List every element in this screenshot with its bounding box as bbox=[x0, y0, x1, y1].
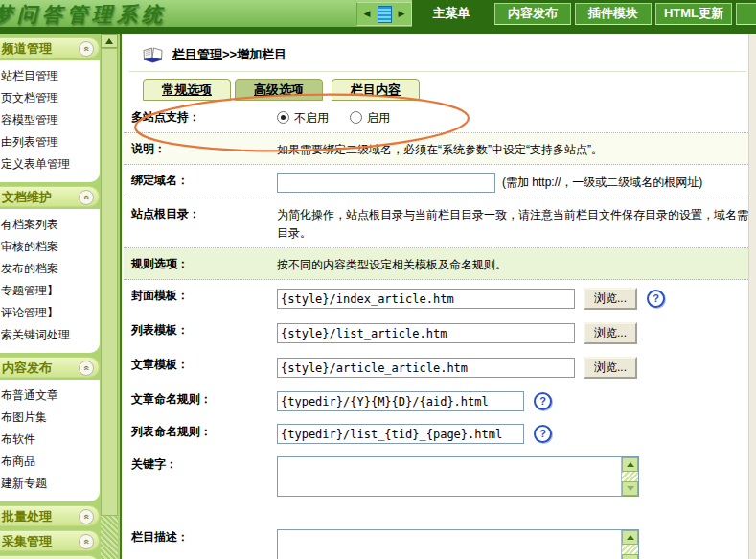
cover-template-help-icon[interactable]: ? bbox=[647, 290, 665, 308]
sidebar-item-容模型管理[interactable]: 容模型管理 bbox=[0, 109, 100, 131]
sidebar-scroll-up-button[interactable] bbox=[101, 34, 118, 48]
radio-不启用[interactable] bbox=[277, 111, 289, 124]
sidebar-section-频道管理[interactable]: 频道管理« bbox=[0, 37, 100, 58]
breadcrumb-rest: >>增加栏目 bbox=[222, 47, 286, 61]
cover-template-input[interactable] bbox=[277, 289, 575, 309]
list-naming-rule-help-icon[interactable]: ? bbox=[534, 425, 552, 443]
menu-tabs: 主菜单内容发布插件模块HTML更新系统 bbox=[412, 0, 756, 27]
sidebar-section-title: 内容发布 bbox=[2, 361, 52, 375]
scroll-right-icon[interactable]: ▶ bbox=[399, 10, 405, 18]
scroll-track[interactable] bbox=[622, 472, 638, 481]
form-row-rule-options: 规则选项：按不同的内容类型设定相关模板及命名规则。 bbox=[124, 248, 748, 280]
collapse-icon[interactable]: « bbox=[79, 509, 94, 524]
sidebar-scroll-track[interactable] bbox=[101, 516, 118, 559]
sidebar-panel-内容发布: 布普通文章布图片集布软件布商品建新专题 bbox=[0, 380, 100, 501]
menu-tab-系统[interactable]: 系统 bbox=[736, 3, 756, 25]
article-template-browse-button[interactable]: 浏览... bbox=[584, 357, 637, 379]
pages-icon bbox=[378, 6, 392, 23]
keywords-textarea-wrap bbox=[277, 456, 639, 497]
sidebar-item-索关键词处理[interactable]: 索关键词处理 bbox=[0, 324, 100, 346]
sidebar-section-title: 批量处理 bbox=[2, 509, 52, 524]
description-scrollbar[interactable] bbox=[621, 530, 638, 559]
cover-template-browse-button[interactable]: 浏览... bbox=[584, 288, 637, 310]
sidebar-scrollbar[interactable] bbox=[101, 34, 120, 559]
form-row-list-naming-rule: 列表命名规则：? bbox=[124, 416, 748, 449]
field-value-list-template: 浏览... bbox=[277, 320, 748, 344]
radio-label-不启用[interactable]: 不启用 bbox=[294, 111, 329, 125]
field-value-cover-template: 浏览...? bbox=[277, 286, 748, 310]
sidebar-section-批量处理[interactable]: 批量处理« bbox=[0, 505, 100, 526]
sidebar-scroll-thumb[interactable] bbox=[101, 48, 118, 516]
form-row-list-template: 列表模板：浏览... bbox=[124, 314, 748, 349]
field-value-keywords bbox=[277, 454, 748, 497]
radio-label-启用[interactable]: 启用 bbox=[367, 111, 390, 125]
sidebar-item-布图片集[interactable]: 布图片集 bbox=[0, 407, 100, 429]
scroll-up-icon[interactable] bbox=[622, 530, 638, 545]
form-row-article-naming-rule: 文章命名规则：? bbox=[124, 384, 748, 416]
form-row-keywords: 关键字： bbox=[124, 449, 748, 501]
keywords-textarea[interactable] bbox=[278, 457, 621, 496]
breadcrumb-link[interactable]: 栏目管理 bbox=[172, 47, 222, 61]
article-naming-rule-input[interactable] bbox=[277, 391, 524, 411]
article-naming-rule-help-icon[interactable]: ? bbox=[534, 392, 552, 410]
menu-tab-HTML更新[interactable]: HTML更新 bbox=[655, 3, 732, 25]
radio-启用[interactable] bbox=[350, 111, 362, 124]
list-naming-rule-input[interactable] bbox=[277, 424, 524, 444]
form-rows: 多站点支持：不启用启用说明：如果需要绑定二级域名，必须在“系统参数”中设定“支持… bbox=[124, 102, 748, 559]
scroll-left-icon[interactable]: ◀ bbox=[364, 10, 371, 18]
collapse-icon[interactable]: « bbox=[79, 534, 94, 549]
scroll-down-icon[interactable] bbox=[622, 481, 638, 496]
tab-常规选项[interactable]: 常规选项 bbox=[143, 79, 231, 101]
tab-栏目内容[interactable]: 栏目内容 bbox=[332, 79, 420, 101]
sidebar-section-文档维护[interactable]: 文档维护« bbox=[0, 186, 100, 207]
sidebar-item-专题管理】[interactable]: 专题管理】 bbox=[0, 280, 100, 302]
app-title: 梦问答管理系统 bbox=[0, 1, 167, 28]
static-text-site-root: 为简化操作，站点根目录与当前栏目目录一致，请注意当前栏目文件保存目录的设置，域名… bbox=[277, 208, 748, 240]
field-label-list-template: 列表模板： bbox=[124, 320, 277, 338]
sidebar-section-模块管理[interactable]: 模块管理« bbox=[0, 555, 100, 559]
scroll-track[interactable] bbox=[622, 545, 638, 554]
content-tabs: 常规选项高级选项栏目内容 bbox=[122, 79, 756, 101]
sidebar-item-审核的档案[interactable]: 审核的档案 bbox=[0, 236, 100, 258]
sidebar-section-采集管理[interactable]: 采集管理« bbox=[0, 530, 100, 551]
top-divider-strip bbox=[0, 27, 756, 34]
up-arrow-icon bbox=[105, 35, 113, 44]
sidebar-item-评论管理】[interactable]: 评论管理】 bbox=[0, 302, 100, 324]
field-label-site-root: 站点根目录： bbox=[124, 204, 277, 222]
menu-tab-插件模块[interactable]: 插件模块 bbox=[575, 3, 652, 25]
form-row-site-root: 站点根目录：为简化操作，站点根目录与当前栏目目录一致，请注意当前栏目文件保存目录… bbox=[124, 198, 748, 248]
keywords-scrollbar[interactable] bbox=[621, 457, 638, 496]
list-template-input[interactable] bbox=[277, 323, 575, 343]
bind-domain-input[interactable] bbox=[277, 173, 495, 193]
form-row-article-template: 文章模板：浏览... bbox=[124, 349, 748, 384]
description-textarea[interactable] bbox=[278, 530, 621, 559]
sidebar-item-布商品[interactable]: 布商品 bbox=[0, 451, 100, 473]
sidebar-item-站栏目管理[interactable]: 站栏目管理 bbox=[0, 65, 100, 87]
collapse-icon[interactable]: « bbox=[79, 361, 94, 376]
tab-高级选项[interactable]: 高级选项 bbox=[235, 79, 323, 101]
sidebar-item-页文档管理[interactable]: 页文档管理 bbox=[0, 87, 100, 109]
collapse-icon[interactable]: « bbox=[79, 190, 94, 205]
collapse-icon[interactable]: « bbox=[79, 41, 94, 57]
sidebar-item-布软件[interactable]: 布软件 bbox=[0, 429, 100, 451]
field-value-article-naming-rule: ? bbox=[277, 389, 748, 411]
scroll-down-icon[interactable] bbox=[622, 554, 638, 559]
list-template-browse-button[interactable]: 浏览... bbox=[584, 322, 637, 344]
sidebar-item-由列表管理[interactable]: 由列表管理 bbox=[0, 131, 100, 153]
menu-tab-内容发布[interactable]: 内容发布 bbox=[494, 3, 571, 25]
sidebar-item-建新专题[interactable]: 建新专题 bbox=[0, 473, 100, 495]
field-value-list-naming-rule: ? bbox=[277, 422, 748, 444]
menu-scroll-widget[interactable]: ◀ ▶ bbox=[356, 2, 412, 26]
sidebar-item-发布的档案[interactable]: 发布的档案 bbox=[0, 258, 100, 280]
sidebar-section-title: 文档维护 bbox=[2, 190, 52, 204]
top-bar: 梦问答管理系统 ◀ ▶ 主菜单内容发布插件模块HTML更新系统 bbox=[0, 0, 756, 27]
sidebar-item-布普通文章[interactable]: 布普通文章 bbox=[0, 384, 100, 407]
sidebar-item-有档案列表[interactable]: 有档案列表 bbox=[0, 214, 100, 236]
scroll-up-icon[interactable] bbox=[622, 457, 638, 472]
field-value-site-root: 为简化操作，站点根目录与当前栏目目录一致，请注意当前栏目文件保存目录的设置，域名… bbox=[277, 204, 748, 243]
menu-tab-主菜单[interactable]: 主菜单 bbox=[412, 0, 491, 27]
sidebar-section-内容发布[interactable]: 内容发布« bbox=[0, 357, 100, 378]
sidebar-item-定义表单管理[interactable]: 定义表单管理 bbox=[0, 153, 100, 175]
field-label-shuoming: 说明： bbox=[124, 139, 277, 157]
article-template-input[interactable] bbox=[277, 358, 575, 378]
